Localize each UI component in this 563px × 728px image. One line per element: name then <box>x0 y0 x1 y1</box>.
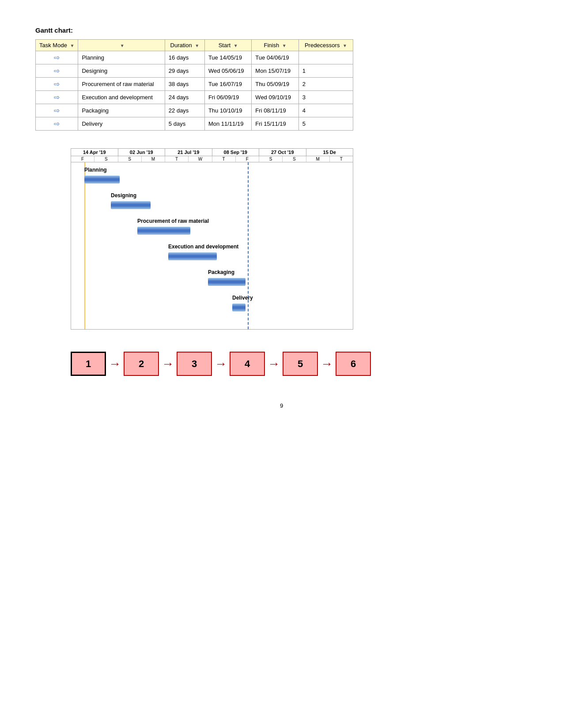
task-duration-cell: 5 days <box>165 117 204 131</box>
table-row: ⇨Execution and development24 daysFri 06/… <box>36 91 353 104</box>
task-mode-cell: ⇨ <box>36 78 78 91</box>
task-name-cell: Packaging <box>78 104 165 117</box>
gantt-body: PlanningDesigningProcurement of raw mate… <box>71 162 353 330</box>
flow-arrow: → <box>106 357 124 371</box>
task-predecessors-cell: 2 <box>299 78 353 91</box>
task-mode-cell: ⇨ <box>36 51 78 64</box>
task-duration-cell: 29 days <box>165 64 204 78</box>
gantt-day-label: T <box>330 156 353 162</box>
pred-sort-arrow[interactable]: ▼ <box>343 43 347 48</box>
gantt-chart-area: 14 Apr '1902 Jun '1921 Jul '1908 Sep '19… <box>71 148 353 330</box>
table-row: ⇨Planning16 daysTue 14/05/19Tue 04/06/19 <box>36 51 353 64</box>
task-name-cell: Planning <box>78 51 165 64</box>
gantt-day-label: S <box>118 156 142 162</box>
gantt-day-label: W <box>189 156 212 162</box>
task-start-cell: Mon 11/11/19 <box>204 117 251 131</box>
gantt-day-label: M <box>142 156 165 162</box>
gantt-period-label: 08 Sep '19 <box>212 149 260 156</box>
gantt-period-label: 21 Jul '19 <box>165 149 212 156</box>
gantt-day-label: S <box>94 156 118 162</box>
page-number: 9 <box>35 402 528 409</box>
finish-sort-arrow[interactable]: ▼ <box>282 43 287 48</box>
task-mode-cell: ⇨ <box>36 117 78 131</box>
gantt-bar <box>168 252 217 260</box>
flow-arrow: → <box>318 357 336 371</box>
task-start-cell: Fri 06/09/19 <box>204 91 251 104</box>
name-sort-arrow[interactable]: ▼ <box>120 43 125 48</box>
task-mode-icon: ⇨ <box>54 106 60 115</box>
gantt-day-label: M <box>306 156 330 162</box>
gantt-bar <box>111 201 151 209</box>
task-finish-cell: Mon 15/07/19 <box>252 64 299 78</box>
flow-box: 5 <box>283 352 318 376</box>
col-header-finish[interactable]: Finish ▼ <box>252 40 299 51</box>
gantt-table: Task Mode ▼ ▼ Duration ▼ Start ▼ Finish … <box>35 39 353 131</box>
gantt-period-label: 15 De <box>306 149 353 156</box>
start-sort-arrow[interactable]: ▼ <box>234 43 238 48</box>
task-finish-cell: Wed 09/10/19 <box>252 91 299 104</box>
col-header-duration[interactable]: Duration ▼ <box>165 40 204 51</box>
gantt-day-label: S <box>259 156 283 162</box>
gantt-bar-label: Designing <box>111 192 136 199</box>
gantt-period-label: 02 Jun '19 <box>118 149 166 156</box>
gantt-period-label: 14 Apr '19 <box>71 149 118 156</box>
gantt-day-label: T <box>165 156 189 162</box>
task-predecessors-cell: 3 <box>299 91 353 104</box>
table-row: ⇨Packaging22 daysThu 10/10/19Fri 08/11/1… <box>36 104 353 117</box>
flow-box: 3 <box>177 352 212 376</box>
task-mode-cell: ⇨ <box>36 104 78 117</box>
gantt-day-label: F <box>71 156 94 162</box>
gantt-bar-label: Execution and development <box>168 244 238 250</box>
flow-box: 1 <box>71 352 106 376</box>
task-mode-icon: ⇨ <box>54 53 60 62</box>
task-mode-cell: ⇨ <box>36 64 78 78</box>
flow-box: 4 <box>230 352 265 376</box>
gantt-bar-label: Procurement of raw material <box>137 218 209 224</box>
flow-arrow: → <box>265 357 283 371</box>
task-start-cell: Tue 16/07/19 <box>204 78 251 91</box>
task-mode-icon: ⇨ <box>54 67 60 75</box>
flow-box: 6 <box>336 352 371 376</box>
gantt-bar-label: Delivery <box>232 295 253 301</box>
duration-sort-arrow[interactable]: ▼ <box>195 43 199 48</box>
gantt-day-label: S <box>283 156 306 162</box>
gantt-day-subheader: FSSMTWTFSSMT <box>71 156 353 162</box>
gantt-day-label: F <box>236 156 259 162</box>
gantt-bar-label: Packaging <box>208 269 234 275</box>
task-finish-cell: Fri 08/11/19 <box>252 104 299 117</box>
gantt-bar <box>137 227 190 235</box>
col-header-task-mode[interactable]: Task Mode ▼ <box>36 40 78 51</box>
task-mode-sort-arrow[interactable]: ▼ <box>70 43 74 48</box>
task-predecessors-cell: 5 <box>299 117 353 131</box>
gantt-bar <box>208 278 246 286</box>
flow-box: 2 <box>124 352 159 376</box>
flow-arrow: → <box>212 357 230 371</box>
task-start-cell: Wed 05/06/19 <box>204 64 251 78</box>
gantt-day-label: T <box>212 156 236 162</box>
task-name-cell: Delivery <box>78 117 165 131</box>
flow-diagram: 1→2→3→4→5→6 <box>71 352 528 376</box>
gantt-period-label: 27 Oct '19 <box>259 149 306 156</box>
task-duration-cell: 22 days <box>165 104 204 117</box>
col-header-start[interactable]: Start ▼ <box>204 40 251 51</box>
gantt-bar-label: Planning <box>84 167 107 173</box>
task-duration-cell: 16 days <box>165 51 204 64</box>
task-start-cell: Tue 14/05/19 <box>204 51 251 64</box>
task-name-cell: Execution and development <box>78 91 165 104</box>
task-finish-cell: Thu 05/09/19 <box>252 78 299 91</box>
task-predecessors-cell <box>299 51 353 64</box>
task-mode-icon: ⇨ <box>54 120 60 128</box>
task-mode-icon: ⇨ <box>54 93 60 101</box>
task-predecessors-cell: 1 <box>299 64 353 78</box>
col-header-predecessors[interactable]: Predecessors ▼ <box>299 40 353 51</box>
task-finish-cell: Tue 04/06/19 <box>252 51 299 64</box>
gantt-period-header: 14 Apr '1902 Jun '1921 Jul '1908 Sep '19… <box>71 148 353 156</box>
gantt-bar <box>232 304 246 311</box>
table-row: ⇨Delivery5 daysMon 11/11/19Fri 15/11/195 <box>36 117 353 131</box>
task-finish-cell: Fri 15/11/19 <box>252 117 299 131</box>
task-duration-cell: 24 days <box>165 91 204 104</box>
col-header-name[interactable]: ▼ <box>78 40 165 51</box>
gantt-bar <box>84 176 120 184</box>
task-name-cell: Procurement of raw material <box>78 78 165 91</box>
section-title: Gantt chart: <box>35 26 528 34</box>
